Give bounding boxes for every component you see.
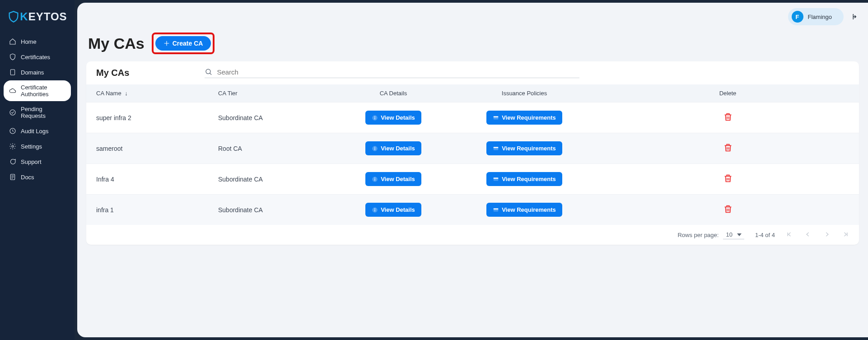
shield-icon (9, 53, 16, 61)
card-icon (493, 176, 499, 182)
svg-point-17 (374, 177, 375, 178)
user-name: Flamingo (808, 14, 832, 20)
chat-icon (9, 158, 16, 165)
col-ca-details: CA Details (335, 84, 452, 102)
svg-rect-8 (375, 117, 375, 119)
search-field[interactable] (205, 68, 579, 78)
info-icon (372, 207, 378, 213)
svg-rect-25 (494, 208, 499, 209)
page-title: My CAs (88, 35, 145, 52)
trash-icon (723, 112, 733, 122)
svg-point-22 (374, 208, 375, 209)
table-row: super infra 2 Subordinate CA View Detail… (86, 102, 859, 133)
logout-icon (851, 13, 859, 21)
page-first-button[interactable] (786, 231, 792, 239)
svg-rect-0 (10, 70, 14, 75)
nav-item-docs[interactable]: Docs (4, 170, 71, 184)
page-prev-button[interactable] (805, 231, 811, 239)
info-icon (372, 115, 378, 121)
nav-label: Audit Logs (21, 128, 48, 135)
card-my-cas: My CAs CA Name ↓ CA Tier CA Details (86, 61, 859, 245)
view-details-button[interactable]: View Details (365, 111, 421, 125)
logout-button[interactable] (848, 10, 862, 23)
col-ca-name[interactable]: CA Name ↓ (86, 84, 208, 102)
topbar: F Flamingo (77, 3, 868, 31)
svg-point-1 (10, 110, 15, 115)
nav-item-domains[interactable]: Domains (4, 65, 71, 79)
cell-ca-name: Infra 4 (86, 164, 208, 195)
cell-ca-name: infra 1 (86, 195, 208, 225)
create-ca-button[interactable]: Create CA (155, 36, 211, 51)
nav-item-support[interactable]: Support (4, 154, 71, 169)
nav-item-certificates[interactable]: Certificates (4, 50, 71, 64)
cell-ca-name: super infra 2 (86, 102, 208, 133)
view-details-button[interactable]: View Details (365, 141, 421, 155)
nav-label: Settings (21, 143, 42, 150)
svg-point-12 (374, 147, 375, 148)
info-icon (372, 176, 378, 182)
search-input[interactable] (217, 68, 579, 76)
nav: Home Certificates Domains Certificate Au… (0, 33, 75, 186)
delete-button[interactable] (723, 112, 733, 123)
view-requirements-button[interactable]: View Requirements (486, 111, 562, 125)
logo-text: KEYTOS (20, 10, 67, 23)
col-delete: Delete (597, 84, 859, 102)
svg-rect-13 (375, 148, 375, 150)
logo: KEYTOS (0, 5, 75, 28)
view-details-button[interactable]: View Details (365, 172, 421, 186)
pager (786, 231, 849, 239)
svg-point-3 (12, 145, 14, 147)
page-header: My CAs Create CA (77, 31, 868, 61)
nav-item-settings[interactable]: Settings (4, 139, 71, 154)
delete-button[interactable] (723, 204, 733, 215)
svg-rect-23 (375, 209, 375, 211)
svg-rect-20 (494, 177, 499, 178)
nav-label: Certificates (21, 54, 50, 61)
chevron-down-icon (737, 233, 742, 237)
avatar: F (792, 11, 803, 23)
card-icon (493, 115, 499, 121)
svg-rect-10 (494, 116, 499, 117)
view-details-button[interactable]: View Details (365, 203, 421, 217)
card-icon (493, 207, 499, 213)
create-ca-highlight: Create CA (152, 33, 215, 54)
sidebar: KEYTOS Home Certificates Domains Certifi… (0, 0, 75, 340)
plus-icon (163, 40, 170, 47)
nav-item-certificate-authorities[interactable]: Certificate Authorities (4, 80, 71, 101)
check-circle-icon (9, 109, 16, 116)
info-icon (372, 145, 378, 152)
trash-icon (723, 173, 733, 183)
pagination-range: 1-4 of 4 (755, 232, 775, 238)
nav-item-home[interactable]: Home (4, 34, 71, 49)
card-icon (493, 145, 499, 152)
view-requirements-button[interactable]: View Requirements (486, 172, 562, 186)
delete-button[interactable] (723, 173, 733, 185)
home-icon (9, 38, 16, 45)
user-chip[interactable]: F Flamingo (788, 8, 844, 25)
cell-ca-tier: Subordinate CA (208, 195, 335, 225)
col-issuance: Issuance Policies (452, 84, 597, 102)
cell-ca-name: sameroot (86, 133, 208, 164)
nav-item-audit-logs[interactable]: Audit Logs (4, 124, 71, 138)
trash-icon (723, 204, 733, 214)
page-last-button[interactable] (843, 231, 849, 239)
search-icon (205, 68, 212, 76)
col-ca-tier[interactable]: CA Tier (208, 84, 335, 102)
page-next-button[interactable] (824, 231, 830, 239)
nav-label: Docs (21, 174, 34, 181)
nav-label: Support (21, 158, 42, 165)
nav-item-pending-requests[interactable]: Pending Requests (4, 102, 71, 123)
clock-icon (9, 127, 16, 135)
cell-ca-tier: Subordinate CA (208, 102, 335, 133)
view-requirements-button[interactable]: View Requirements (486, 203, 562, 217)
cloud-icon (9, 87, 16, 94)
nav-label: Pending Requests (21, 106, 65, 119)
view-requirements-button[interactable]: View Requirements (486, 141, 562, 155)
ca-table: CA Name ↓ CA Tier CA Details Issuance Po… (86, 84, 859, 225)
rows-per-page-select[interactable]: 10 (723, 230, 744, 239)
cell-ca-tier: Subordinate CA (208, 164, 335, 195)
create-ca-label: Create CA (173, 40, 203, 47)
delete-button[interactable] (723, 143, 733, 154)
doc-icon (9, 173, 16, 181)
cell-ca-tier: Root CA (208, 133, 335, 164)
